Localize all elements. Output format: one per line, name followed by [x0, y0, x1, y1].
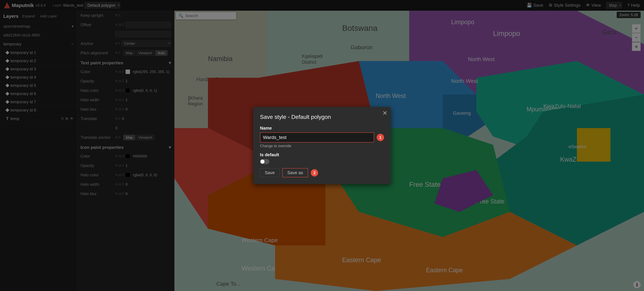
save-as-button[interactable]: Save as [282, 168, 308, 177]
change-to-override-link[interactable]: Change to override [260, 144, 384, 148]
modal-actions: Save Save as 2 [260, 168, 384, 177]
is-default-label: Is default [260, 152, 384, 157]
step1-badge: 1 [377, 134, 384, 141]
is-default-toggle[interactable] [260, 159, 269, 164]
step2-badge: 2 [311, 169, 318, 177]
name-field-label: Name [260, 126, 384, 131]
style-name-input[interactable] [260, 132, 374, 142]
save-button[interactable]: Save [260, 168, 280, 177]
modal-close-button[interactable]: ✕ [382, 110, 388, 117]
modal-overlay: Save style - Default polygon ✕ Name 1 Ch… [0, 0, 644, 291]
save-style-modal: Save style - Default polygon ✕ Name 1 Ch… [253, 107, 391, 184]
modal-title: Save style - Default polygon [260, 114, 384, 120]
